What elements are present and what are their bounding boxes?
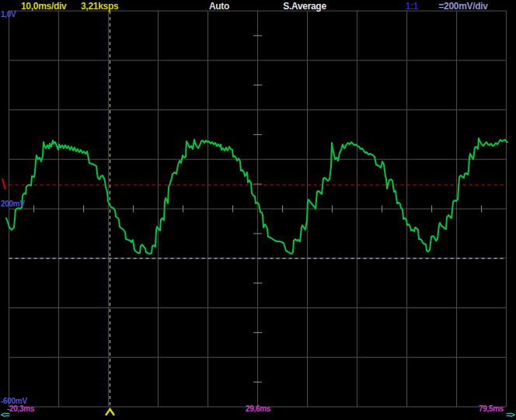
trigger-time-marker[interactable] xyxy=(106,409,114,415)
timebase-display[interactable]: 10,0ms/div xyxy=(21,1,66,12)
probe-ratio-button[interactable]: 1:1 xyxy=(406,1,418,12)
acquisition-mode-button[interactable]: S.Average xyxy=(283,1,326,12)
oscilloscope-window: 10,0ms/div 3,21ksps Auto S.Average 1:1 =… xyxy=(0,0,516,420)
time-label-right: 79,5ms xyxy=(479,404,504,413)
trigger-mode-button[interactable]: Auto xyxy=(209,1,229,12)
voltage-label-top: 1,0V xyxy=(1,10,16,19)
trigger-level-handle[interactable] xyxy=(2,179,5,189)
voltage-label-center: 200mV xyxy=(1,200,25,208)
time-label-left: -20,3ms xyxy=(7,404,34,413)
waveform-trace xyxy=(6,138,507,254)
volts-per-div-button[interactable]: =200mV/div xyxy=(438,1,487,12)
oscilloscope-screen xyxy=(0,0,516,420)
scroll-left-button[interactable]: <= xyxy=(1,410,9,419)
time-label-center: 29,6ms xyxy=(246,404,270,413)
scroll-right-button[interactable]: => xyxy=(506,410,514,419)
sample-rate-display[interactable]: 3,21ksps xyxy=(81,1,118,12)
